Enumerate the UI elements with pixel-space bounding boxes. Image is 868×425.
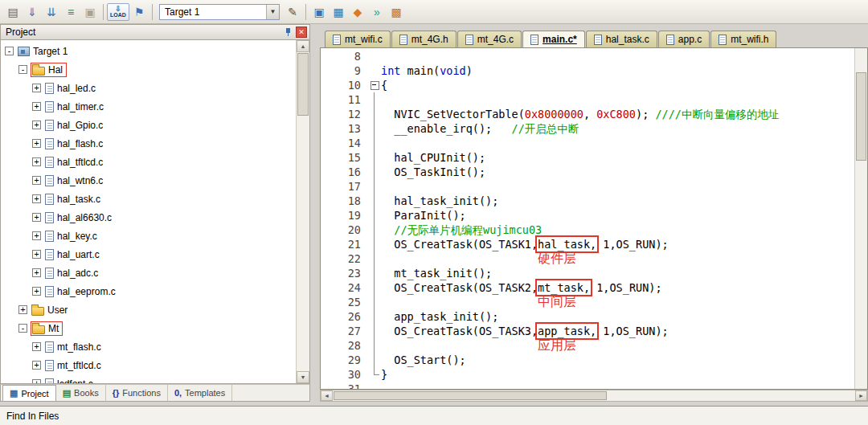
code-line[interactable]: 20 //无际单片机编程wujimcu03 [321, 223, 854, 237]
expand-icon[interactable]: + [32, 287, 41, 296]
code-line[interactable]: 29 OS_Start(); [321, 353, 854, 367]
tree-item-hal[interactable]: -Hal [2, 60, 295, 79]
target-select[interactable]: Target 1 ▼ [159, 4, 280, 20]
expand-icon[interactable]: + [32, 121, 41, 129]
tree-vertical-scrollbar[interactable]: ▲ ▼ [296, 40, 309, 383]
code-line[interactable]: 15 hal_CPUInit(); [321, 150, 854, 165]
manage-components-icon[interactable]: ▣ [309, 3, 329, 21]
scroll-up-icon[interactable]: ▲ [297, 40, 309, 52]
expand-icon[interactable]: + [32, 213, 41, 222]
code-line[interactable]: 16 OS_TaskInit(); [321, 165, 854, 179]
code-line[interactable]: 21 OS_CreatTask(OS_TASK1,hal_task, 1,OS_… [321, 237, 854, 251]
panel-tab-functions[interactable]: {}Functions [106, 385, 168, 401]
tree-item-hal-uart-c[interactable]: +hal_uart.c [2, 245, 295, 264]
tree-item-hal-flash-c[interactable]: +hal_flash.c [2, 134, 295, 153]
expand-icon[interactable]: + [32, 84, 41, 92]
scrollbar-thumb[interactable] [297, 53, 309, 116]
collapse-icon[interactable]: - [5, 47, 14, 55]
code-line[interactable]: 17 [321, 179, 854, 194]
download-load-button[interactable]: ⇩ LOAD [107, 3, 129, 21]
expand-icon[interactable]: + [32, 231, 41, 240]
tree-item-hal-al6630-c[interactable]: +hal_al6630.c [2, 208, 295, 227]
code-line[interactable]: 8 [321, 49, 854, 63]
editor-tab-mt-wifi-c[interactable]: mt_wifi.c [325, 31, 391, 47]
tree-item-user[interactable]: +User [2, 300, 295, 319]
code-line[interactable]: 9int main(void) [321, 63, 854, 78]
function-diamond-icon[interactable]: ◆ [348, 3, 367, 21]
chevron-down-icon[interactable]: ▼ [266, 5, 279, 19]
expand-icon[interactable]: + [32, 157, 41, 166]
scroll-right-icon[interactable]: ► [855, 390, 867, 401]
code-line[interactable]: 13 __enable_irq(); //开启总中断 [321, 121, 854, 136]
editor-tab-mt-wifi-h[interactable]: mt_wifi.h [710, 31, 776, 47]
code-editor[interactable]: 89int main(void)10{1112 NVIC_SetVectorTa… [320, 48, 868, 390]
tree-item-hal-task-c[interactable]: +hal_task.c [2, 190, 295, 208]
target-options-icon[interactable]: ✎ [283, 3, 302, 21]
scrollbar-thumb[interactable] [856, 72, 866, 161]
fold-collapse-icon[interactable] [369, 78, 381, 92]
code-line[interactable]: 14 [321, 136, 854, 150]
tree-item-hal-gpio-c[interactable]: +hal_Gpio.c [2, 116, 295, 134]
collapse-icon[interactable]: - [18, 324, 27, 333]
code-line[interactable]: 11 [321, 92, 854, 107]
tree-item-hal-key-c[interactable]: +hal_key.c [2, 227, 295, 245]
scroll-left-icon[interactable]: ◄ [321, 390, 333, 401]
pack-installer-icon[interactable]: ▩ [387, 3, 406, 21]
expand-icon[interactable]: + [32, 268, 41, 277]
panel-tab-project[interactable]: ▦Project [2, 385, 56, 401]
code-line[interactable]: 19 ParaInit(); [321, 208, 854, 223]
code-line[interactable]: 22 硬件层 [321, 251, 854, 266]
tree-item-mt[interactable]: -Mt [2, 319, 295, 337]
expand-icon[interactable]: + [32, 361, 41, 370]
expand-icon[interactable]: + [32, 194, 41, 203]
runtime-environment-icon[interactable]: ▦ [329, 3, 348, 21]
code-line[interactable]: 10{ [321, 78, 854, 92]
code-line[interactable]: 24 OS_CreatTask(OS_TASK2,mt_task, 1,OS_R… [321, 280, 854, 295]
tree-item-target-1[interactable]: -Target 1 [2, 42, 295, 60]
expand-icon[interactable]: + [32, 139, 41, 148]
tree-item-hal-tftlcd-c[interactable]: +hal_tftlcd.c [2, 153, 295, 171]
tree-item-lcdfont-c[interactable]: +lcdfont.c [2, 374, 295, 383]
rebuild-icon[interactable]: ⇊ [42, 3, 61, 21]
code-line[interactable]: 25 中间层 [321, 295, 854, 309]
tree-item-hal-wtn6-c[interactable]: +hal_wtn6.c [2, 171, 295, 190]
editor-tab-app-c[interactable]: app.c [658, 31, 710, 47]
editor-horizontal-scrollbar[interactable]: ◄ ► [320, 390, 868, 402]
panel-tab-books[interactable]: ▤Books [56, 385, 106, 401]
expand-icon[interactable]: + [18, 305, 27, 314]
editor-tab-hal-task-c[interactable]: hal_task.c [586, 31, 657, 47]
expand-icon[interactable]: + [32, 342, 41, 351]
panel-tab-templates[interactable]: 0,Templates [168, 385, 232, 401]
code-line[interactable]: 23 mt_task_init(); [321, 266, 854, 280]
tree-item-hal-led-c[interactable]: +hal_led.c [2, 79, 295, 97]
editor-vertical-scrollbar[interactable] [854, 48, 867, 389]
code-line[interactable]: 30} [321, 367, 854, 382]
code-line[interactable]: 27 OS_CreatTask(OS_TASK3,app_task, 1,OS_… [321, 324, 854, 338]
editor-tab-main-c[interactable]: main.c* [522, 31, 585, 47]
scrollbar-thumb[interactable] [334, 391, 607, 400]
jump-arrows-icon[interactable]: » [367, 3, 387, 21]
scroll-down-icon[interactable]: ▼ [297, 371, 309, 383]
editor-tab-mt-4g-c[interactable]: mt_4G.c [457, 31, 522, 47]
batch-build-icon[interactable]: ≡ [61, 3, 80, 21]
expand-icon[interactable]: + [32, 176, 41, 185]
expand-icon[interactable]: + [32, 379, 41, 383]
build-icon[interactable]: ⇓ [23, 3, 42, 21]
tree-item-mt-flash-c[interactable]: +mt_flash.c [2, 337, 295, 356]
collapse-icon[interactable]: - [18, 65, 27, 74]
tree-item-hal-timer-c[interactable]: +hal_timer.c [2, 97, 295, 116]
code-line[interactable]: 28 应用层 [321, 338, 854, 353]
code-line[interactable]: 26 app_task_init(); [321, 309, 854, 324]
pin-icon[interactable] [282, 27, 293, 38]
expand-icon[interactable]: + [32, 102, 41, 111]
editor-tab-mt-4g-h[interactable]: mt_4G.h [391, 31, 457, 47]
stop-build-icon[interactable]: ▣ [80, 3, 100, 21]
debug-flag-icon[interactable]: ⚑ [129, 3, 149, 21]
code-line[interactable]: 18 hal_task_init(); [321, 194, 854, 208]
expand-icon[interactable]: + [32, 250, 41, 259]
tree-item-hal-adc-c[interactable]: +hal_adc.c [2, 264, 295, 282]
tree-item-mt-tftlcd-c[interactable]: +mt_tftlcd.c [2, 356, 295, 374]
code-line[interactable]: 12 NVIC_SetVectorTable(0x8000000, 0xC800… [321, 107, 854, 121]
close-icon[interactable]: ✕ [296, 27, 307, 38]
find-in-files-bar[interactable]: Find In Files [0, 406, 868, 425]
